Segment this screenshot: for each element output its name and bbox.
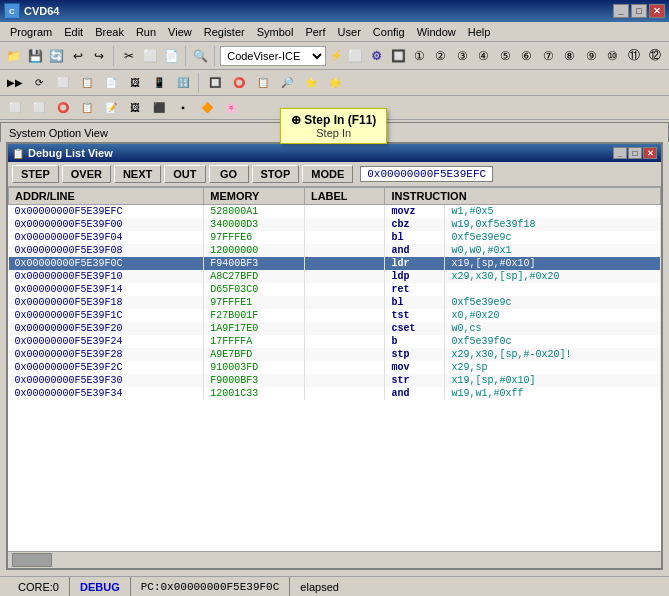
tb3-btn7[interactable]: ⬛ [148, 97, 170, 119]
tb-icon13-btn[interactable]: ⑩ [603, 45, 622, 67]
menu-perf[interactable]: Perf [299, 24, 331, 40]
tb-icon14-btn[interactable]: ⑪ [624, 45, 643, 67]
table-row[interactable]: 0x00000000F5E39F201A9F17E0csetw0,cs [9, 322, 661, 335]
table-row[interactable]: 0x00000000F5E39F30F9000BF3strx19,[sp,#0x… [9, 374, 661, 387]
tb-undo-btn[interactable]: ↩ [68, 45, 87, 67]
table-row[interactable]: 0x00000000F5E39F2417FFFFAb0xf5e39f0c [9, 335, 661, 348]
tb-connect-btn[interactable]: ⚡ [328, 45, 344, 67]
table-row[interactable]: 0x00000000F5E39F1897FFFE1bl0xf5e39e9c [9, 296, 661, 309]
tb2-btn14[interactable]: 🌟 [324, 72, 346, 94]
tb2-btn13[interactable]: ⭐ [300, 72, 322, 94]
tb2-btn2[interactable]: ⟳ [28, 72, 50, 94]
tb2-btn1[interactable]: ▶▶ [4, 72, 26, 94]
next-button[interactable]: NEXT [114, 165, 161, 183]
menu-view[interactable]: View [162, 24, 198, 40]
tb3-btn3[interactable]: ⭕ [52, 97, 74, 119]
debug-list-area: 📋 Debug List View _ □ ✕ STEP OVER NEXT O… [6, 142, 663, 570]
horizontal-scrollbar[interactable] [8, 551, 661, 567]
menu-register[interactable]: Register [198, 24, 251, 40]
step-in-tooltip[interactable]: ⊕ Step In (F11) Step In [280, 108, 387, 144]
tb-cut-btn[interactable]: ✂ [119, 45, 138, 67]
tb3-btn10[interactable]: 🌸 [220, 97, 242, 119]
debug-close-btn[interactable]: ✕ [643, 147, 657, 159]
tb-icon4-btn[interactable]: ① [410, 45, 429, 67]
tb-icon12-btn[interactable]: ⑨ [581, 45, 600, 67]
system-option-label: System Option View [9, 127, 108, 139]
tb-save-btn[interactable]: 💾 [25, 45, 44, 67]
close-btn[interactable]: ✕ [649, 4, 665, 18]
minimize-btn[interactable]: _ [613, 4, 629, 18]
menu-edit[interactable]: Edit [58, 24, 89, 40]
tb-paste-btn[interactable]: 📄 [162, 45, 181, 67]
tb2-btn11[interactable]: 📋 [252, 72, 274, 94]
mode-button[interactable]: MODE [302, 165, 353, 183]
tb3-btn4[interactable]: 📋 [76, 97, 98, 119]
tb-reload-btn[interactable]: 🔄 [47, 45, 66, 67]
tb-icon9-btn[interactable]: ⑥ [517, 45, 536, 67]
tb2-btn12[interactable]: 🔎 [276, 72, 298, 94]
table-row[interactable]: 0x00000000F5E39F14D65F03C0ret [9, 283, 661, 296]
target-selector[interactable]: CodeViser-ICE [220, 46, 325, 66]
tb2-btn6[interactable]: 🖼 [124, 72, 146, 94]
tb2-btn7[interactable]: 📱 [148, 72, 170, 94]
tb2-btn5[interactable]: 📄 [100, 72, 122, 94]
table-row[interactable]: 0x00000000F5E39F2C910003FDmovx29,sp [9, 361, 661, 374]
tb-icon2-btn[interactable]: ⚙ [367, 45, 386, 67]
maximize-btn[interactable]: □ [631, 4, 647, 18]
tb3-btn1[interactable]: ⬜ [4, 97, 26, 119]
menu-break[interactable]: Break [89, 24, 130, 40]
tb-search-btn[interactable]: 🔍 [191, 45, 210, 67]
tb2-btn4[interactable]: 📋 [76, 72, 98, 94]
menu-symbol[interactable]: Symbol [251, 24, 300, 40]
table-row[interactable]: 0x00000000F5E39EFC528000A1movzw1,#0x5 [9, 205, 661, 219]
tb-icon15-btn[interactable]: ⑫ [646, 45, 665, 67]
tb3-btn6[interactable]: 🖼 [124, 97, 146, 119]
table-row[interactable]: 0x00000000F5E39F0CF9400BF3ldrx19,[sp,#0x… [9, 257, 661, 270]
tb2-btn9[interactable]: 🔲 [204, 72, 226, 94]
tb-icon8-btn[interactable]: ⑤ [496, 45, 515, 67]
tb3-btn5[interactable]: 📝 [100, 97, 122, 119]
cell-addr: 0x00000000F5E39F04 [9, 231, 204, 244]
debug-table-container[interactable]: ADDR/LINE MEMORY LABEL INSTRUCTION 0x000… [8, 187, 661, 551]
tb-icon7-btn[interactable]: ④ [474, 45, 493, 67]
table-row[interactable]: 0x00000000F5E39F0497FFFE6bl0xf5e39e9c [9, 231, 661, 244]
tb3-btn8[interactable]: ▪ [172, 97, 194, 119]
go-button[interactable]: GO [209, 165, 249, 183]
menu-window[interactable]: Window [411, 24, 462, 40]
tb-copy-btn[interactable]: ⬜ [140, 45, 159, 67]
tb-icon5-btn[interactable]: ② [431, 45, 450, 67]
cell-label [304, 296, 384, 309]
menu-program[interactable]: Program [4, 24, 58, 40]
cell-addr: 0x00000000F5E39F10 [9, 270, 204, 283]
table-row[interactable]: 0x00000000F5E39F1CF27B001Ftstx0,#0x20 [9, 309, 661, 322]
step-button[interactable]: STEP [12, 165, 59, 183]
debug-maximize-btn[interactable]: □ [628, 147, 642, 159]
table-row[interactable]: 0x00000000F5E39F00340000D3cbzw19,0xf5e39… [9, 218, 661, 231]
table-row[interactable]: 0x00000000F5E39F3412001C33andw19,w1,#0xf… [9, 387, 661, 400]
table-row[interactable]: 0x00000000F5E39F0812000000andw0,w0,#0x1 [9, 244, 661, 257]
debug-minimize-btn[interactable]: _ [613, 147, 627, 159]
menu-user[interactable]: User [332, 24, 367, 40]
tb2-btn3[interactable]: ⬜ [52, 72, 74, 94]
tb-icon11-btn[interactable]: ⑧ [560, 45, 579, 67]
over-button[interactable]: OVER [62, 165, 111, 183]
tb-icon3-btn[interactable]: 🔲 [388, 45, 407, 67]
stop-button[interactable]: STOP [252, 165, 300, 183]
menu-run[interactable]: Run [130, 24, 162, 40]
tb3-btn9[interactable]: 🔶 [196, 97, 218, 119]
scrollbar-thumb[interactable] [12, 553, 52, 567]
tb2-btn8[interactable]: 🔢 [172, 72, 194, 94]
tb-new-btn[interactable]: 📁 [4, 45, 23, 67]
table-row[interactable]: 0x00000000F5E39F28A9E7BFDstpx29,x30,[sp,… [9, 348, 661, 361]
tb-icon6-btn[interactable]: ③ [453, 45, 472, 67]
menu-config[interactable]: Config [367, 24, 411, 40]
tb-redo-btn[interactable]: ↪ [90, 45, 109, 67]
tb2-btn10[interactable]: ⭕ [228, 72, 250, 94]
table-row[interactable]: 0x00000000F5E39F10A8C27BFDldpx29,x30,[sp… [9, 270, 661, 283]
menu-help[interactable]: Help [462, 24, 497, 40]
tb-icon1-btn[interactable]: ⬜ [346, 45, 365, 67]
table-header-row: ADDR/LINE MEMORY LABEL INSTRUCTION [9, 188, 661, 205]
out-button[interactable]: OUT [164, 165, 205, 183]
tb-icon10-btn[interactable]: ⑦ [538, 45, 557, 67]
tb3-btn2[interactable]: ⬜ [28, 97, 50, 119]
